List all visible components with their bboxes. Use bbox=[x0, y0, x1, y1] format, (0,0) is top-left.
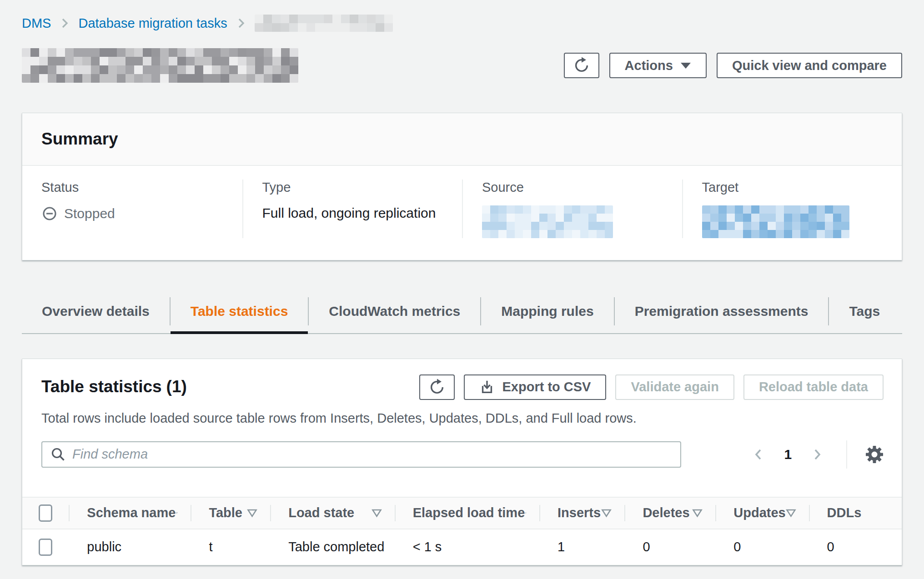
status-text: Stopped bbox=[64, 206, 115, 221]
schema-search bbox=[41, 441, 681, 468]
summary-title: Summary bbox=[41, 130, 883, 149]
column-label: Elapsed load time bbox=[413, 505, 525, 520]
column-header-inserts[interactable]: Inserts bbox=[539, 498, 624, 529]
type-value: Full load, ongoing replication bbox=[262, 205, 449, 221]
reload-table-data-button[interactable]: Reload table data bbox=[743, 374, 884, 400]
table-header-row: Schema name Table Load state Elapsed loa… bbox=[22, 497, 902, 529]
pagination-next-button[interactable] bbox=[808, 445, 826, 464]
stopped-icon bbox=[41, 205, 58, 222]
validate-again-label: Validate again bbox=[631, 379, 718, 394]
table-row: public t Table completed < 1 s 1 0 0 0 bbox=[22, 529, 902, 565]
summary-field-status: Status Stopped bbox=[22, 180, 242, 238]
cell-inserts: 1 bbox=[539, 539, 624, 554]
summary-card: Summary Status Stopped Type Full load, o… bbox=[22, 113, 902, 260]
column-label: Schema name bbox=[87, 505, 176, 520]
chevron-right-icon bbox=[58, 16, 71, 30]
tab-cloudwatch-metrics[interactable]: CloudWatch metrics bbox=[309, 290, 480, 333]
table-statistics-buttons: Export to CSV Validate again Reload tabl… bbox=[419, 374, 884, 400]
column-header-table[interactable]: Table bbox=[191, 498, 270, 529]
select-all-checkbox[interactable] bbox=[39, 504, 52, 522]
page-header: Actions Quick view and compare bbox=[22, 45, 902, 85]
filter-icon[interactable] bbox=[372, 509, 382, 518]
source-label: Source bbox=[482, 180, 668, 195]
cell-deletes: 0 bbox=[624, 539, 715, 554]
chevron-right-icon bbox=[235, 16, 247, 30]
target-label: Target bbox=[702, 180, 889, 195]
caret-down-icon bbox=[680, 62, 691, 69]
table-toolbar: 1 bbox=[41, 440, 884, 469]
filter-icon[interactable] bbox=[692, 509, 703, 518]
tab-mapping-rules[interactable]: Mapping rules bbox=[481, 290, 613, 333]
select-all-cell bbox=[22, 498, 69, 529]
cell-load-state: Table completed bbox=[270, 539, 395, 554]
column-label: DDLs bbox=[827, 505, 862, 520]
table-statistics-title-text: Table statistics bbox=[41, 377, 162, 396]
cell-schema-name: public bbox=[69, 539, 191, 554]
search-icon bbox=[50, 447, 66, 462]
row-select-cell bbox=[22, 539, 69, 556]
breadcrumb-current-redacted bbox=[255, 15, 393, 32]
tab-bar: Overview details Table statistics CloudW… bbox=[22, 290, 902, 334]
pagination-prev-button[interactable] bbox=[749, 445, 768, 464]
column-label: Inserts bbox=[557, 505, 601, 520]
refresh-button[interactable] bbox=[564, 53, 599, 78]
page-title-redacted bbox=[22, 48, 298, 83]
tab-overview-details[interactable]: Overview details bbox=[22, 290, 170, 333]
summary-body: Status Stopped Type Full load, ongoing r… bbox=[22, 166, 902, 260]
column-label: Table bbox=[209, 505, 242, 520]
tab-table-statistics[interactable]: Table statistics bbox=[171, 290, 308, 333]
refresh-icon bbox=[573, 57, 590, 74]
target-value-redacted bbox=[702, 205, 889, 238]
summary-card-header: Summary bbox=[22, 113, 902, 166]
pagination-current-page[interactable]: 1 bbox=[784, 447, 792, 462]
column-label: Updates bbox=[733, 505, 785, 520]
table-statistics-card: Table statistics(1) bbox=[22, 359, 902, 565]
schema-search-input[interactable] bbox=[72, 442, 672, 467]
table-statistics-table: Schema name Table Load state Elapsed loa… bbox=[22, 497, 902, 565]
pagination: 1 bbox=[749, 445, 826, 464]
header-actions: Actions Quick view and compare bbox=[564, 53, 902, 78]
column-header-updates[interactable]: Updates bbox=[715, 498, 808, 529]
filter-icon[interactable] bbox=[601, 509, 612, 518]
breadcrumb: DMS Database migration tasks bbox=[22, 0, 902, 33]
tab-premigration-assessments[interactable]: Premigration assessments bbox=[615, 290, 829, 333]
breadcrumb-link-tasks[interactable]: Database migration tasks bbox=[78, 16, 227, 31]
cell-updates: 0 bbox=[715, 539, 808, 554]
table-refresh-button[interactable] bbox=[419, 374, 455, 400]
chevron-right-icon bbox=[811, 448, 824, 461]
column-header-load-state[interactable]: Load state bbox=[270, 498, 395, 529]
download-icon bbox=[479, 379, 495, 395]
table-statistics-title: Table statistics(1) bbox=[41, 374, 187, 396]
preferences-button[interactable] bbox=[865, 445, 884, 464]
validate-again-button[interactable]: Validate again bbox=[615, 374, 734, 400]
gear-icon bbox=[865, 445, 884, 464]
row-checkbox[interactable] bbox=[39, 539, 52, 556]
column-header-ddls[interactable]: DDLs bbox=[809, 498, 902, 529]
export-csv-label: Export to CSV bbox=[502, 379, 591, 394]
breadcrumb-link-dms[interactable]: DMS bbox=[22, 16, 51, 31]
source-value-redacted bbox=[482, 205, 668, 238]
tab-tags[interactable]: Tags bbox=[829, 290, 900, 333]
quick-view-compare-button[interactable]: Quick view and compare bbox=[717, 53, 902, 78]
filter-icon[interactable] bbox=[786, 509, 796, 518]
cell-table: t bbox=[191, 539, 270, 554]
quick-view-compare-label: Quick view and compare bbox=[732, 58, 887, 73]
refresh-icon bbox=[428, 379, 446, 396]
actions-button-label: Actions bbox=[625, 58, 673, 73]
column-label: Load state bbox=[288, 505, 354, 520]
toolbar-divider bbox=[846, 440, 847, 469]
filter-icon[interactable] bbox=[247, 509, 257, 518]
column-header-deletes[interactable]: Deletes bbox=[624, 498, 715, 529]
actions-button[interactable]: Actions bbox=[609, 53, 707, 78]
status-label: Status bbox=[41, 180, 229, 195]
table-statistics-header: Table statistics(1) bbox=[41, 374, 884, 400]
filter-icon[interactable] bbox=[525, 509, 527, 518]
summary-field-type: Type Full load, ongoing replication bbox=[242, 180, 462, 238]
filter-icon[interactable] bbox=[176, 509, 178, 518]
column-header-schema-name[interactable]: Schema name bbox=[69, 498, 191, 529]
column-header-elapsed-load-time[interactable]: Elapsed load time bbox=[395, 498, 539, 529]
status-value: Stopped bbox=[41, 205, 229, 222]
cell-elapsed-load-time: < 1 s bbox=[395, 539, 539, 554]
table-statistics-count: (1) bbox=[166, 377, 187, 396]
export-csv-button[interactable]: Export to CSV bbox=[464, 374, 606, 400]
